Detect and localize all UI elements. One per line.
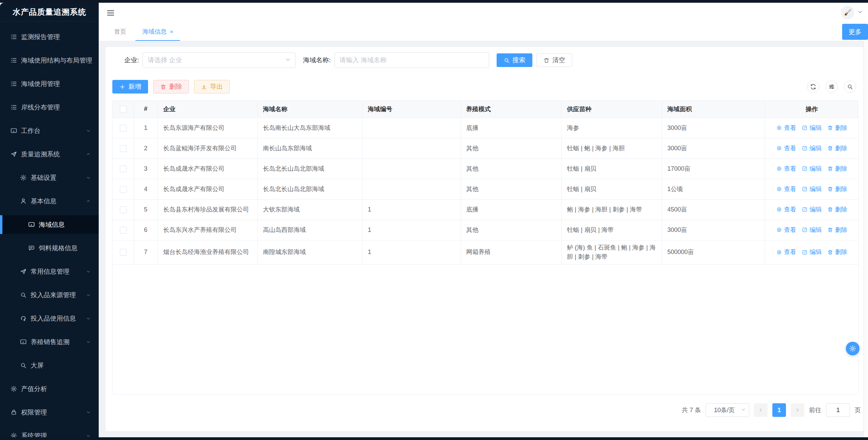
search-icon <box>503 57 510 64</box>
goto-page-input[interactable] <box>826 403 850 417</box>
cell-sea_name: 长岛南长山大岛东部海域 <box>257 118 362 138</box>
row-checkbox[interactable] <box>120 227 127 234</box>
sidebar-item-9[interactable]: 海域信息 <box>0 215 99 234</box>
sidebar-item-2[interactable]: 海域使用结构与布局管理 <box>0 51 99 70</box>
window-bottom-edge <box>0 437 868 440</box>
scrollbar-track[interactable] <box>864 41 868 437</box>
sidebar-item-18[interactable]: 系统管理 <box>0 426 99 437</box>
table-search-button[interactable] <box>844 81 856 93</box>
search-button[interactable]: 搜索 <box>497 53 532 67</box>
row-checkbox[interactable] <box>120 145 127 152</box>
view-link[interactable]: 查看 <box>776 144 796 153</box>
cell-index: 6 <box>134 220 158 240</box>
sidebar-item-label: 基本信息 <box>31 197 57 206</box>
delete-link[interactable]: 删除 <box>827 248 847 257</box>
column-header: 操作 <box>765 101 858 118</box>
view-link[interactable]: 查看 <box>776 225 796 235</box>
sea-name-input[interactable] <box>334 52 489 68</box>
cell-sea_name: 高山岛西部海域 <box>257 220 362 240</box>
search-icon <box>20 291 27 299</box>
cell-area: 3000亩 <box>662 138 765 158</box>
sidebar-item-8[interactable]: 基本信息 <box>0 192 99 210</box>
sidebar-item-7[interactable]: 基础设置 <box>0 168 99 187</box>
sidebar-item-label: 监测报告管理 <box>21 33 60 41</box>
prev-page-button[interactable] <box>754 403 768 417</box>
delete-link[interactable]: 删除 <box>827 185 847 194</box>
edit-link[interactable]: 编辑 <box>802 205 822 214</box>
view-link[interactable]: 查看 <box>776 123 796 133</box>
cell-sea_name: 长岛北长山岛北部海域 <box>257 158 362 179</box>
chevron-right-icon <box>795 407 800 413</box>
user-menu-chevron-icon[interactable] <box>857 9 863 16</box>
column-header: 供应苗种 <box>561 101 662 118</box>
edit-link[interactable]: 编辑 <box>802 185 822 194</box>
cell-sea_no: 1 <box>362 199 461 220</box>
edit-link[interactable]: 编辑 <box>802 248 822 257</box>
refresh-button[interactable] <box>807 81 819 93</box>
sidebar-item-15[interactable]: 大屏 <box>0 356 99 375</box>
page-size-select[interactable]: 10条/页 <box>706 403 749 417</box>
cell-company: 长岛成晟水产有限公司 <box>158 179 257 199</box>
tab-1[interactable]: 首页 <box>114 22 126 41</box>
gear-icon <box>849 345 856 352</box>
sidebar-item-4[interactable]: 岸线分布管理 <box>0 98 99 117</box>
more-button[interactable]: 更多 <box>842 24 868 40</box>
row-checkbox[interactable] <box>120 249 127 256</box>
table-tools <box>807 81 856 93</box>
view-link[interactable]: 查看 <box>776 185 796 194</box>
cell-mode: 其他 <box>461 138 561 158</box>
row-checkbox[interactable] <box>120 166 127 172</box>
sidebar-item-3[interactable]: 海域使用管理 <box>0 74 99 93</box>
avatar[interactable] <box>841 6 854 19</box>
sidebar-item-11[interactable]: 常用信息管理 <box>0 262 99 281</box>
clear-button[interactable]: 清空 <box>536 53 572 67</box>
table-header-row: #企业海域名称海域编号养殖模式供应苗种海域面积操作 <box>113 101 858 118</box>
next-page-button[interactable] <box>791 403 804 417</box>
sidebar-item-5[interactable]: 工作台 <box>0 121 99 140</box>
settings-fab[interactable] <box>846 342 859 355</box>
page-content: 企业: 请选择 企业 海域名称: 搜索 <box>99 41 868 437</box>
hamburger-icon[interactable] <box>107 9 115 18</box>
row-checkbox[interactable] <box>120 125 127 132</box>
export-button[interactable]: 导出 <box>194 80 230 94</box>
delete-link[interactable]: 删除 <box>827 144 847 153</box>
pagination-total: 共 7 条 <box>682 406 701 414</box>
edit-link[interactable]: 编辑 <box>802 225 822 235</box>
edit-link[interactable]: 编辑 <box>802 164 822 173</box>
cell-area: 4500亩 <box>662 199 765 220</box>
row-checkbox[interactable] <box>120 206 127 213</box>
sidebar-item-1[interactable]: 监测报告管理 <box>0 28 99 46</box>
chev-up-icon <box>85 198 91 204</box>
filter-form: 企业: 请选择 企业 海域名称: 搜索 <box>124 52 572 68</box>
edit-link[interactable]: 编辑 <box>802 144 822 153</box>
delete-link[interactable]: 删除 <box>827 123 847 133</box>
column-settings-button[interactable] <box>825 81 838 93</box>
sidebar-item-16[interactable]: 产值分析 <box>0 379 99 398</box>
sidebar-item-6[interactable]: 质量追溯系统 <box>0 145 99 164</box>
page-number-current[interactable]: 1 <box>772 403 786 417</box>
view-link[interactable]: 查看 <box>776 205 796 214</box>
company-select[interactable]: 请选择 企业 <box>142 52 295 68</box>
sidebar-item-13[interactable]: 投入品使用信息 <box>0 309 99 328</box>
sidebar-item-10[interactable]: 饲料规格信息 <box>0 239 99 257</box>
delete-link[interactable]: 删除 <box>827 164 847 173</box>
row-checkbox[interactable] <box>120 186 127 193</box>
delete-button[interactable]: 删除 <box>153 80 189 94</box>
tab-2[interactable]: 海域信息× <box>135 22 180 41</box>
edit-icon <box>802 249 808 255</box>
sidebar-item-label: 工作台 <box>21 126 41 135</box>
view-link[interactable]: 查看 <box>776 164 796 173</box>
select-all-checkbox[interactable] <box>120 106 127 113</box>
sidebar-item-12[interactable]: 投入品来源管理 <box>0 286 99 304</box>
monitor-icon <box>20 338 27 345</box>
edit-link[interactable]: 编辑 <box>802 123 822 133</box>
cell-index: 4 <box>134 179 158 199</box>
add-button[interactable]: 新增 <box>112 80 148 94</box>
column-header: # <box>134 101 158 118</box>
delete-link[interactable]: 删除 <box>827 205 847 214</box>
delete-link[interactable]: 删除 <box>827 225 847 235</box>
tab-close-icon[interactable]: × <box>170 29 173 35</box>
sidebar-item-17[interactable]: 权限管理 <box>0 403 99 422</box>
sidebar-item-14[interactable]: 养殖销售追溯 <box>0 333 99 351</box>
view-link[interactable]: 查看 <box>776 248 796 257</box>
